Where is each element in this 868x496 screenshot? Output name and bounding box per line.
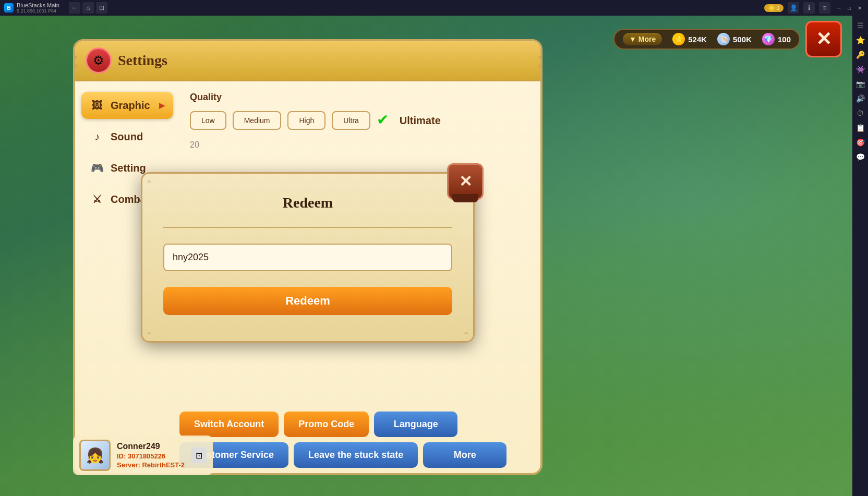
stars-currency: ⭐ 524K: [672, 33, 707, 45]
user-id: ID: 3071805226: [117, 452, 185, 460]
corner-ornament-tl: ❧: [147, 178, 152, 185]
graphic-label: Graphic: [111, 100, 150, 112]
currency-bar: ▼ More ⭐ 524K 🐚 500K 💎 100: [613, 29, 800, 50]
rt-icon-9[interactable]: 🎯: [854, 137, 866, 148]
quality-options: Low Medium High Ultra ✔ Ultimate: [190, 111, 530, 130]
language-button[interactable]: Language: [374, 412, 457, 437]
settings-gear-icon: ⚙: [86, 47, 112, 74]
redeem-close-button[interactable]: ✕: [447, 163, 484, 200]
rt-icon-3[interactable]: 🔑: [854, 49, 866, 61]
menu-button[interactable]: ≡: [819, 2, 830, 14]
sound-label: Sound: [111, 131, 143, 143]
switch-account-button[interactable]: Switch Account: [179, 412, 279, 437]
quality-label: Quality: [190, 92, 530, 103]
user-name: Conner249: [117, 442, 185, 451]
sidebar-item-sound[interactable]: ♪ Sound: [81, 123, 173, 150]
corner-ornament-br: ❧: [464, 330, 469, 337]
corner-ornament-bl: ❧: [147, 330, 152, 337]
leave-stuck-button[interactable]: Leave the stuck state: [294, 442, 418, 468]
star-icon: ⭐: [672, 33, 685, 45]
redeem-close-x-icon: ✕: [459, 172, 472, 190]
bluestacks-logo: B BlueStacks Main 5.21.656.1001 P64: [4, 2, 59, 14]
combat-icon: ⚔: [90, 192, 104, 207]
graphic-icon: 🖼: [90, 98, 104, 113]
rt-icon-5[interactable]: 📷: [854, 78, 866, 90]
stars-value: 524K: [688, 35, 707, 44]
hud-more-button[interactable]: ▼ More: [623, 33, 662, 45]
gems-currency: 💎 100: [762, 33, 791, 45]
user-details: Conner249 ID: 3071805226 Server: Rebirth…: [117, 442, 185, 469]
user-info: 👧 Conner249 ID: 3071805226 Server: Rebir…: [73, 435, 213, 475]
redeem-code-input[interactable]: [163, 244, 452, 271]
setting-icon: 🎮: [90, 161, 104, 175]
close-window-button[interactable]: ✕: [855, 4, 864, 12]
quality-medium[interactable]: Medium: [233, 111, 282, 130]
frame-rate-value: 20: [190, 140, 530, 150]
right-toolbar: ☰ ⭐ 🔑 👾 📷 🔊 ⏱ 📋 🎯 💬: [852, 16, 868, 496]
ultimate-option: ✔ Ultimate: [377, 111, 441, 130]
maximize-button[interactable]: □: [845, 4, 853, 12]
redeem-separator: [163, 227, 452, 228]
sound-icon: ♪: [90, 129, 104, 144]
rt-icon-8[interactable]: 📋: [854, 122, 866, 134]
hud-close-button[interactable]: ✕: [805, 21, 842, 57]
nav-home-button[interactable]: ⌂: [82, 2, 94, 14]
user-server: Server: RebirthEST-2: [117, 461, 185, 469]
redeem-dialog: ❧ ❧ ❧ ❧ ✕ Redeem Redeem: [141, 172, 475, 343]
shells-value: 500K: [733, 35, 752, 44]
checkmark-icon: ✔: [377, 111, 395, 130]
settings-header: ❮ ⚙ Settings ❯: [75, 41, 540, 81]
quality-low[interactable]: Low: [190, 111, 226, 130]
shell-icon: 🐚: [717, 33, 730, 45]
rt-icon-7[interactable]: ⏱: [854, 107, 866, 119]
window-controls: ─ □ ✕: [835, 4, 864, 12]
bluestacks-subtitle: 5.21.656.1001 P64: [17, 8, 59, 14]
redeem-submit-button[interactable]: Redeem: [163, 287, 452, 315]
shells-currency: 🐚 500K: [717, 33, 752, 45]
settings-title: Settings: [118, 52, 167, 69]
close-x-icon: ✕: [816, 28, 831, 50]
bluestacks-right-icons: 🪙 0 👤 ℹ ≡: [764, 2, 830, 14]
more-label: More: [638, 35, 656, 43]
ultimate-label: Ultimate: [400, 115, 441, 127]
gems-value: 100: [778, 35, 791, 44]
more-arrow-icon: ▼: [629, 35, 636, 43]
action-row-2: Customer Service Leave the stuck state M…: [179, 442, 530, 468]
avatar-button[interactable]: 👤: [788, 2, 799, 14]
settings-bottom-buttons: Switch Account Promo Code Language Custo…: [179, 412, 530, 468]
info-button[interactable]: ℹ: [803, 2, 815, 14]
nav-back-button[interactable]: ←: [69, 2, 80, 14]
nav-history-button[interactable]: ⊡: [96, 2, 107, 14]
bluestacks-bar: B BlueStacks Main 5.21.656.1001 P64 ← ⌂ …: [0, 0, 868, 16]
settings-title-area: ⚙ Settings: [86, 47, 167, 74]
rt-icon-1[interactable]: ☰: [854, 20, 866, 31]
setting-label: Setting: [111, 162, 146, 174]
rt-icon-4[interactable]: 👾: [854, 64, 866, 75]
redeem-title: Redeem: [163, 195, 452, 211]
bluestacks-title: BlueStacks Main: [17, 2, 59, 8]
more-button[interactable]: More: [423, 442, 507, 468]
copy-id-button[interactable]: ⊡: [191, 447, 207, 463]
coin-badge: 🪙 0: [764, 4, 783, 12]
nav-buttons: ← ⌂ ⊡: [69, 2, 107, 14]
redeem-input-area: [163, 244, 452, 271]
rt-icon-10[interactable]: 💬: [854, 151, 866, 163]
quality-ultra[interactable]: Ultra: [332, 111, 370, 130]
rt-icon-2[interactable]: ⭐: [854, 34, 866, 46]
action-row-1: Switch Account Promo Code Language: [179, 412, 530, 437]
minimize-button[interactable]: ─: [835, 4, 843, 12]
sidebar-item-graphic[interactable]: 🖼 Graphic: [81, 92, 173, 119]
bluestacks-icon: B: [4, 3, 14, 13]
user-avatar: 👧: [79, 440, 111, 471]
gem-icon: 💎: [762, 33, 775, 45]
promo-code-button[interactable]: Promo Code: [284, 412, 369, 437]
rt-icon-6[interactable]: 🔊: [854, 93, 866, 104]
quality-high[interactable]: High: [287, 111, 326, 130]
